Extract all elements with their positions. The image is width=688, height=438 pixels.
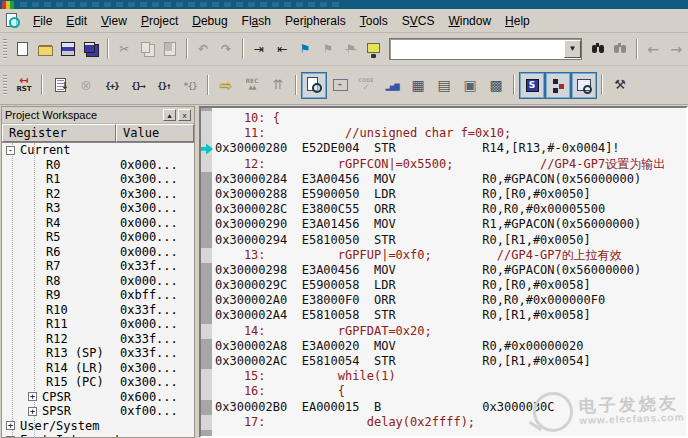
step-into-button[interactable] [99,72,125,99]
register-row-fast-interrupt[interactable]: +Fast Interrupt [2,433,194,437]
clear-bookmarks-button[interactable] [339,37,362,61]
copy-button[interactable] [136,37,159,61]
gutter-block[interactable] [201,369,212,384]
toggle-bookmark-button[interactable] [293,37,316,61]
record-button[interactable] [239,72,265,99]
performance-analyzer-button[interactable] [379,72,405,99]
menu-view[interactable]: View [94,11,134,31]
disassembly-line[interactable]: 0x3000029C E5900058 LDR R0,[R0,#0x0058] [215,278,686,293]
gutter-block[interactable] [201,217,212,232]
cut-button[interactable] [113,37,136,61]
reset-cpu-button[interactable] [11,72,37,99]
expand-toggle-icon[interactable]: + [28,407,37,416]
gutter-block[interactable] [201,111,212,126]
register-row-r3[interactable]: R30x300... [2,201,194,216]
register-row-r9[interactable]: R90xbff... [2,288,194,303]
gutter-block[interactable] [201,354,212,369]
gutter-block[interactable] [201,308,212,323]
unindent-button[interactable] [271,37,294,61]
gutter-block[interactable] [201,324,212,339]
column-header-register[interactable]: Register [2,124,116,142]
disassembly-line[interactable]: 0x30000294 E5810050 STR R0,[R1,#0x0050] [215,233,686,248]
source-line[interactable]: 12: rGPFCON|=0x5500; //GP4-GP7设置为输出 [215,157,686,172]
gutter-block[interactable] [201,339,212,354]
gutter-block[interactable] [201,384,212,399]
save-button[interactable] [57,37,80,61]
collapse-toggle-icon[interactable]: - [6,146,15,155]
gutter-block[interactable] [201,157,212,172]
next-bookmark-button[interactable] [316,37,339,61]
redo-button[interactable] [215,37,238,61]
halt-button[interactable] [73,72,99,99]
disassembly-line[interactable]: 0x30000290 E3A01456 MOV R1,#GPACON(0x560… [215,217,686,232]
open-file-button[interactable] [34,37,57,61]
expand-toggle-icon[interactable]: + [6,436,15,437]
register-row-cpsr[interactable]: +CPSR0x600... [2,390,194,405]
step-out-button[interactable] [151,72,177,99]
source-line[interactable]: 16: { [215,384,686,399]
disassembly-line[interactable]: 0x300002A8 E3A00020 MOV R0,#0x00000020 [215,339,686,354]
disassembly-gutter[interactable] [201,108,212,436]
gutter-block[interactable] [201,172,212,187]
undo-button[interactable] [192,37,215,61]
source-line[interactable]: 15: while(1) [215,369,686,384]
source-line[interactable]: 10: { [215,111,686,126]
menu-tools[interactable]: Tools [353,11,395,31]
source-line[interactable]: 14: rGPFDAT=0x20; [215,324,686,339]
menu-help[interactable]: Help [498,11,537,31]
run-to-cursor-button[interactable] [177,72,203,99]
menu-svcs[interactable]: SVCS [395,11,442,31]
register-row-r4[interactable]: R40x000... [2,216,194,231]
panel-collapse-button[interactable]: ▴ [163,109,176,121]
call-stack-window-button[interactable] [545,72,571,99]
disassembly-line[interactable]: 0x3000028C E3800C55 ORR R0,R0,#0x0000550… [215,202,686,217]
paste-button[interactable] [159,37,182,61]
gutter-block[interactable] [201,293,212,308]
register-row-r0[interactable]: R00x000... [2,158,194,173]
disassembly-line[interactable]: 0x300002B0 EA000015 B 0x3000030C [215,400,686,415]
stack-frame-button[interactable] [265,72,291,99]
step-over-button[interactable] [125,72,151,99]
register-row-r14-lr-[interactable]: R14 (LR)0x300... [2,361,194,376]
find-input[interactable] [390,41,564,57]
register-row-r13-sp-[interactable]: R13 (SP)0x33f... [2,346,194,361]
code-coverage-button[interactable] [353,72,379,99]
disassembly-code[interactable]: 10: { 11: //unsigned char f=0x10;0x30000… [212,108,686,436]
gutter-block[interactable] [201,278,212,293]
expand-toggle-icon[interactable]: + [6,421,15,430]
source-line[interactable]: 17: delay(0x2ffff); [215,415,686,430]
symbols-window-button[interactable] [519,72,545,99]
register-row-user-system[interactable]: +User/System [2,419,194,434]
new-file-button[interactable] [11,37,34,61]
source-line[interactable]: 11: //unsigned char f=0x10; [215,126,686,141]
register-row-r11[interactable]: R110x000... [2,317,194,332]
register-row-r15-pc-[interactable]: R15 (PC)0x300... [2,375,194,390]
menu-project[interactable]: Project [134,11,185,31]
column-header-value[interactable]: Value [116,124,194,142]
watch-window-button[interactable] [571,72,597,99]
find-button[interactable] [586,37,609,61]
find-in-target-button[interactable] [362,37,385,61]
menu-peripherals[interactable]: Peripherals [278,11,353,31]
memory-window-button[interactable] [405,72,431,99]
source-line[interactable]: 13: rGPFUP|=0xf0; //GP4-GP7的上拉有效 [215,248,686,263]
register-row-r7[interactable]: R70x33f... [2,259,194,274]
pattern-button[interactable] [483,72,509,99]
disassembly-line[interactable]: 0x300002A4 E5810058 STR R0,[R1,#0x0058] [215,308,686,323]
register-row-r12[interactable]: R120x33f... [2,332,194,347]
menu-edit[interactable]: Edit [59,11,94,31]
register-row-r2[interactable]: R20x300... [2,187,194,202]
gutter-block[interactable] [201,415,212,430]
register-row-r8[interactable]: R80x000... [2,274,194,289]
find-in-files-button[interactable] [609,37,632,61]
gutter-block[interactable] [201,202,212,217]
menu-file[interactable]: File [26,11,59,31]
gutter-block[interactable] [201,187,212,202]
disassembly-line[interactable]: 0x30000298 E3A00456 MOV R0,#GPACON(0x560… [215,263,686,278]
register-row-spsr[interactable]: +SPSR0xf00... [2,404,194,419]
toolbar-drag-handle[interactable] [3,75,7,95]
gutter-block[interactable] [201,263,212,278]
toolbox-button[interactable] [457,72,483,99]
register-row-r5[interactable]: R50x000... [2,230,194,245]
disassembly-line[interactable]: 0x30000288 E5900050 LDR R0,[R0,#0x0050] [215,187,686,202]
